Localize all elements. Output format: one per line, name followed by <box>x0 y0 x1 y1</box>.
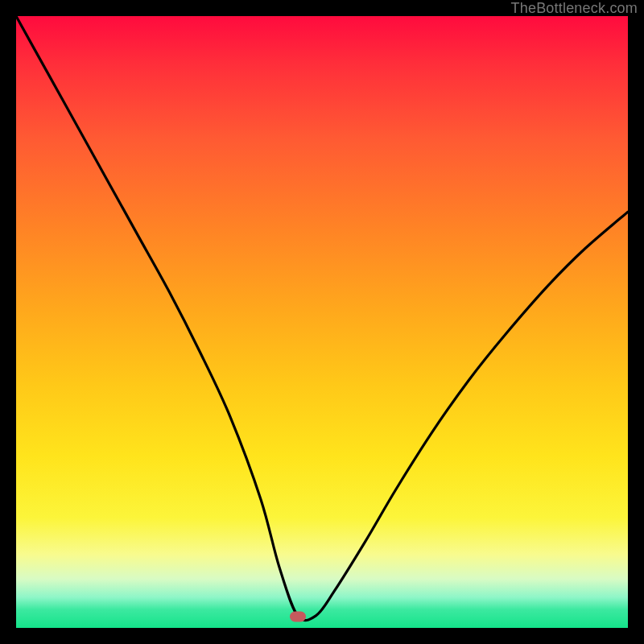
watermark-text: TheBottleneck.com <box>511 0 638 17</box>
plot-area <box>16 16 628 628</box>
chart-frame: TheBottleneck.com <box>0 0 644 644</box>
minimum-marker-icon <box>290 612 306 622</box>
bottleneck-curve <box>16 16 628 628</box>
